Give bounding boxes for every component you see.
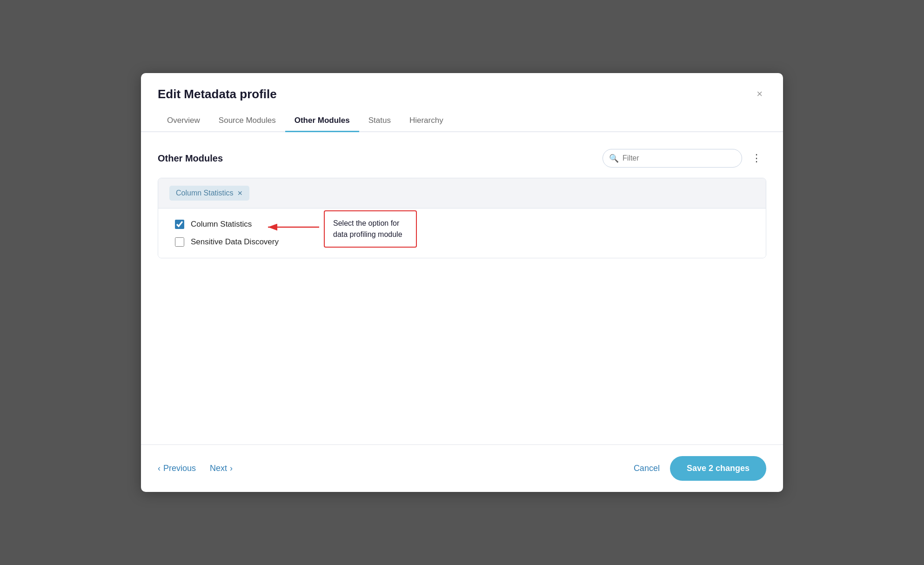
edit-metadata-modal: Edit Metadata profile × Overview Source … [141, 73, 783, 492]
checkbox-item-column-statistics: Column Statistics Select the option for … [175, 220, 749, 229]
checkbox-list: Column Statistics Select the option for … [158, 209, 766, 258]
column-statistics-label: Column Statistics [191, 220, 252, 229]
footer-left: ‹ Previous Next › [158, 464, 233, 473]
column-statistics-tag: Column Statistics ✕ [169, 186, 249, 201]
filter-wrapper: 🔍 [603, 149, 742, 168]
previous-button[interactable]: ‹ Previous [158, 464, 196, 473]
modal-header: Edit Metadata profile × [141, 73, 783, 102]
tab-status[interactable]: Status [359, 110, 400, 132]
more-options-button[interactable]: ⋮ [748, 150, 766, 166]
next-button[interactable]: Next › [210, 464, 233, 473]
annotation-arrow [259, 218, 319, 236]
cancel-button[interactable]: Cancel [634, 464, 660, 473]
sensitive-data-label: Sensitive Data Discovery [191, 237, 279, 247]
tab-other-modules[interactable]: Other Modules [285, 110, 359, 132]
tab-overview[interactable]: Overview [158, 110, 209, 132]
next-label: Next [210, 464, 227, 473]
modal-title: Edit Metadata profile [158, 87, 277, 101]
sensitive-data-checkbox[interactable] [175, 237, 184, 247]
modules-box: Column Statistics ✕ Column Statistics [158, 178, 766, 258]
annotation-text: Select the option for data profiling mod… [333, 219, 402, 238]
column-statistics-checkbox[interactable] [175, 220, 184, 229]
tag-row: Column Statistics ✕ [158, 178, 766, 209]
annotation-box: Select the option for data profiling mod… [324, 210, 417, 248]
section-title: Other Modules [158, 153, 223, 164]
chevron-left-icon: ‹ [158, 464, 161, 473]
header-right: 🔍 ⋮ [603, 149, 766, 168]
save-button[interactable]: Save 2 changes [670, 456, 766, 481]
close-button[interactable]: × [753, 86, 766, 102]
tab-source-modules[interactable]: Source Modules [209, 110, 285, 132]
search-icon: 🔍 [609, 154, 619, 163]
content-area: Other Modules 🔍 ⋮ Column Statistics ✕ [141, 132, 783, 444]
section-header: Other Modules 🔍 ⋮ [158, 149, 766, 168]
previous-label: Previous [163, 464, 196, 473]
tag-close-button[interactable]: ✕ [237, 189, 243, 197]
tab-hierarchy[interactable]: Hierarchy [400, 110, 453, 132]
footer-right: Cancel Save 2 changes [634, 456, 766, 481]
footer: ‹ Previous Next › Cancel Save 2 changes [141, 444, 783, 492]
checkbox-item-sensitive-data: Sensitive Data Discovery [175, 237, 749, 247]
filter-input[interactable] [603, 149, 742, 168]
chevron-right-icon: › [230, 464, 233, 473]
tag-label: Column Statistics [176, 189, 234, 197]
tab-bar: Overview Source Modules Other Modules St… [141, 110, 783, 132]
